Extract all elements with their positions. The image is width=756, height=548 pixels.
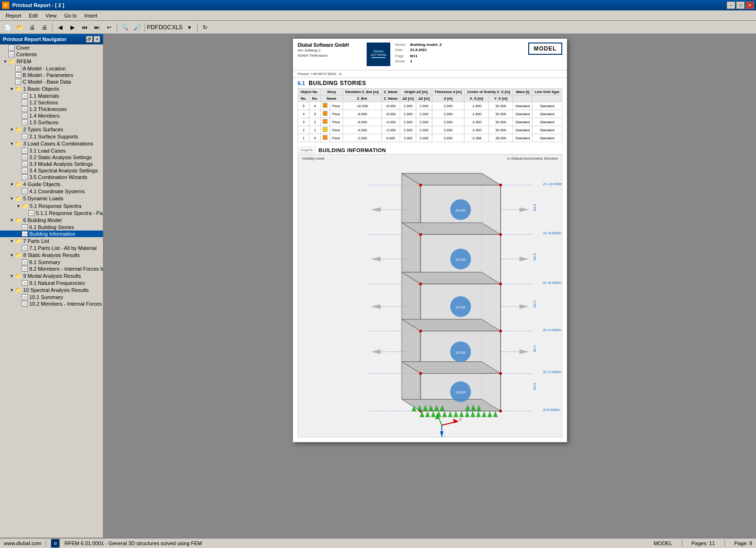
menu-view[interactable]: View	[42, 12, 60, 19]
folder-icon-3-load: 📁	[15, 141, 22, 146]
nav-item-8-static[interactable]: ▼📁8 Static Analysis Results	[0, 251, 103, 259]
open-btn[interactable]: 📂	[14, 22, 26, 33]
page-icon-8-2	[22, 266, 28, 272]
export-pdf-btn[interactable]: PDF	[147, 22, 158, 33]
nav-item-1-basic[interactable]: ▼📁1 Basic Objects	[0, 85, 103, 93]
nav-item-8-2[interactable]: 8.2 Members - Internal Forces by...	[0, 265, 103, 272]
export-xls-btn[interactable]: XLS	[172, 22, 183, 33]
nav-item-rfem[interactable]: ▼📁RFEM	[0, 58, 103, 65]
menu-insert[interactable]: Insert	[81, 12, 102, 19]
nav-label-3-load: 3 Load Cases & Combinations	[23, 141, 94, 146]
sep1	[52, 23, 52, 32]
nav-label-c-model: C Model - Base Data	[23, 79, 71, 85]
nav-item-3-5[interactable]: 3.5 Combination Wizards	[0, 174, 103, 180]
svg-text:20.000: 20.000	[455, 306, 465, 309]
nav-item-4-1[interactable]: 4.1 Coordinate Systems	[0, 188, 103, 195]
svg-text:Z=0.000m: Z=0.000m	[543, 408, 560, 412]
page-icon-3-2	[22, 154, 28, 160]
nav-item-1-5[interactable]: 1.5 Surfaces	[0, 119, 103, 126]
nav-item-5-1[interactable]: ▼📁5.1 Response Spectra	[0, 202, 103, 210]
tree-toggle-3-load[interactable]: ▼	[9, 140, 15, 147]
sub-dz2: ΔZ [m]	[416, 95, 432, 102]
menu-goto[interactable]: Go to	[60, 12, 81, 19]
nav-item-1-3[interactable]: 1.3 Thicknesses	[0, 106, 103, 112]
nav-item-3-load[interactable]: ▼📁3 Load Cases & Combinations	[0, 140, 103, 147]
tree-toggle-5-1[interactable]: ▼	[15, 203, 22, 209]
close-button[interactable]: ✕	[746, 1, 754, 9]
tree-toggle-1-basic[interactable]: ▼	[9, 86, 15, 92]
nav-item-5-dynamic[interactable]: ▼📁5 Dynamic Loads	[0, 195, 103, 202]
refresh-btn[interactable]: ↩	[103, 22, 115, 33]
tree-toggle-rfem[interactable]: ▼	[2, 58, 9, 65]
nav-item-1-2[interactable]: 1.2 Sections	[0, 99, 103, 106]
last-btn[interactable]: ⏭	[91, 22, 103, 33]
minimize-button[interactable]: ─	[727, 1, 735, 9]
export-btn[interactable]: ▾	[184, 22, 195, 33]
tree-toggle-9-modal[interactable]: ▼	[9, 273, 15, 279]
svg-text:20.000: 20.000	[455, 258, 465, 261]
nav-item-3-4[interactable]: 3.4 Spectral Analysis Settings	[0, 167, 103, 174]
building-stories-table: Object No. Story Elevation Z_Bot [m] Z_N…	[298, 88, 562, 142]
page-icon-6-bi	[22, 231, 28, 237]
nav-item-9-1[interactable]: 9.1 Natural Frequencies	[0, 280, 103, 286]
status-pages: Pages: 11	[692, 540, 715, 546]
svg-point-57	[499, 410, 502, 412]
nav-item-contents[interactable]: Contents	[0, 51, 103, 58]
nav-item-3-2[interactable]: 3.2 Static Analysis Settings	[0, 154, 103, 161]
nav-item-10-2[interactable]: 10.2 Members - Internal Forces b...	[0, 300, 103, 307]
nav-item-9-modal[interactable]: ▼📁9 Modal Analysis Results	[0, 272, 103, 280]
nav-label-2-1: 2.1 Surface Supports	[29, 134, 78, 139]
nav-item-3-1[interactable]: 3.1 Load Cases	[0, 147, 103, 154]
first-btn[interactable]: ⏮	[79, 22, 90, 33]
new-btn[interactable]: 📄	[2, 22, 13, 33]
logo-text: Dlubal SOFTWARE	[370, 50, 387, 59]
nav-item-1-4[interactable]: 1.4 Members	[0, 112, 103, 119]
company-logo: Dlubal SOFTWARE	[367, 43, 390, 66]
print-btn[interactable]: 🖨	[26, 22, 38, 33]
zoom-in-btn[interactable]: 🔍	[119, 22, 130, 33]
nav-item-8-1[interactable]: 8.1 Summary	[0, 259, 103, 265]
nav-item-7-1[interactable]: 7.1 Parts List - All by Material	[0, 245, 103, 251]
nav-item-cover[interactable]: Cover	[0, 44, 103, 51]
menu-report[interactable]: Report	[2, 12, 25, 19]
nav-item-b-model[interactable]: B Model - Parameters	[0, 72, 103, 78]
tree-toggle-8-static[interactable]: ▼	[9, 252, 15, 258]
menu-edit[interactable]: Edit	[25, 12, 42, 19]
tree-toggle-4-guide[interactable]: ▼	[9, 181, 15, 188]
nav-item-10-spectral[interactable]: ▼📁10 Spectral Analysis Results	[0, 286, 103, 294]
nav-item-6-building[interactable]: ▼📁6 Building Model	[0, 216, 103, 224]
nav-item-7-parts[interactable]: ▼📁7 Parts List	[0, 237, 103, 245]
export-doc-btn[interactable]: DOC	[159, 22, 171, 33]
update-btn[interactable]: ↻	[199, 22, 211, 33]
svg-point-55	[499, 372, 502, 375]
company-addr1: Am Zallweg 2	[298, 48, 362, 53]
restore-button[interactable]: ◻	[736, 1, 745, 9]
nav-item-4-guide[interactable]: ▼📁4 Guide Objects	[0, 180, 103, 188]
nav-float-btn[interactable]: 🗗	[86, 36, 93, 43]
nav-item-1-1[interactable]: 1.1 Materials	[0, 93, 103, 99]
tree-toggle-5-dynamic[interactable]: ▼	[9, 195, 15, 202]
nav-close-btn[interactable]: ✕	[94, 36, 100, 43]
zoom-out-btn[interactable]: 🔎	[131, 22, 143, 33]
printer-btn[interactable]: 🖨	[39, 22, 50, 33]
nav-item-6-bi[interactable]: Building Information	[0, 231, 103, 237]
next-btn[interactable]: ▶	[67, 22, 78, 33]
tree-toggle-2-types[interactable]: ▼	[9, 126, 15, 133]
nav-item-2-1[interactable]: 2.1 Surface Supports	[0, 133, 103, 140]
nav-item-10-1[interactable]: 10.1 Summary	[0, 294, 103, 300]
sub-d: d [m]	[432, 95, 464, 102]
navigator-header: Printout Report Navigator 🗗 ✕	[0, 34, 103, 44]
nav-item-a-model[interactable]: A Model - Location	[0, 65, 103, 72]
nav-item-5-1-1[interactable]: 5.1.1 Response Spectra - Pa...	[0, 210, 103, 216]
tree-toggle-6-building[interactable]: ▼	[9, 217, 15, 223]
page-icon-c-model	[15, 79, 21, 85]
nav-item-2-types[interactable]: ▼📁2 Types Surfaces	[0, 126, 103, 133]
tree-toggle-7-parts[interactable]: ▼	[9, 238, 15, 244]
prev-btn[interactable]: ◀	[54, 22, 66, 33]
nav-item-c-model[interactable]: C Model - Base Data	[0, 78, 103, 85]
nav-item-3-3[interactable]: 3.3 Modal Analysis Settings	[0, 161, 103, 167]
tree-toggle-10-spectral[interactable]: ▼	[9, 287, 15, 293]
nav-label-5-1-1: 5.1.1 Response Spectra - Pa...	[36, 210, 104, 216]
sheet-value: 1	[410, 59, 524, 63]
nav-item-6-1[interactable]: 6.1 Building Stories	[0, 224, 103, 231]
